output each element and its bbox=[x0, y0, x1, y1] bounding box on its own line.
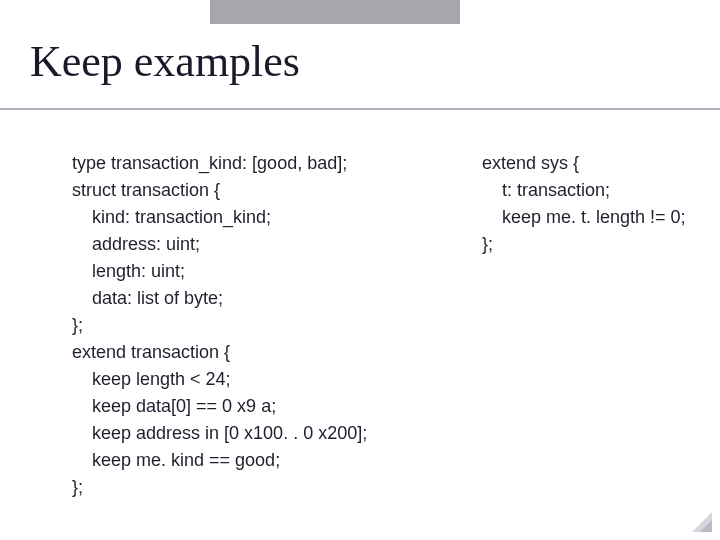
top-accent-bar bbox=[210, 0, 460, 24]
code-column-right: extend sys { t: transaction; keep me. t.… bbox=[482, 150, 686, 501]
slide: Keep examples type transaction_kind: [go… bbox=[0, 0, 720, 540]
slide-title: Keep examples bbox=[30, 36, 300, 87]
page-curl-icon bbox=[692, 512, 712, 532]
code-column-left: type transaction_kind: [good, bad]; stru… bbox=[72, 150, 442, 501]
slide-body: type transaction_kind: [good, bad]; stru… bbox=[72, 150, 680, 501]
title-divider bbox=[0, 108, 720, 110]
